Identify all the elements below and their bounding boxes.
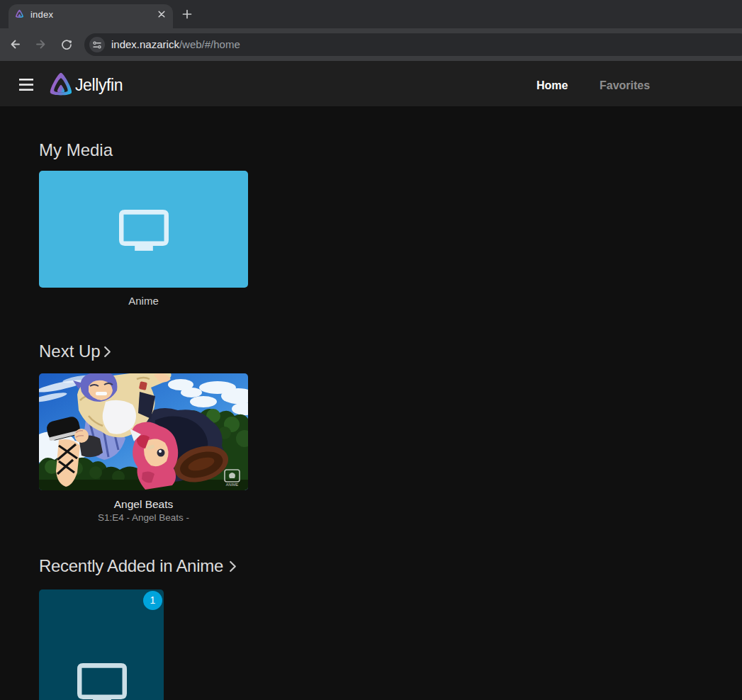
svg-text:ANIME: ANIME (226, 482, 239, 487)
